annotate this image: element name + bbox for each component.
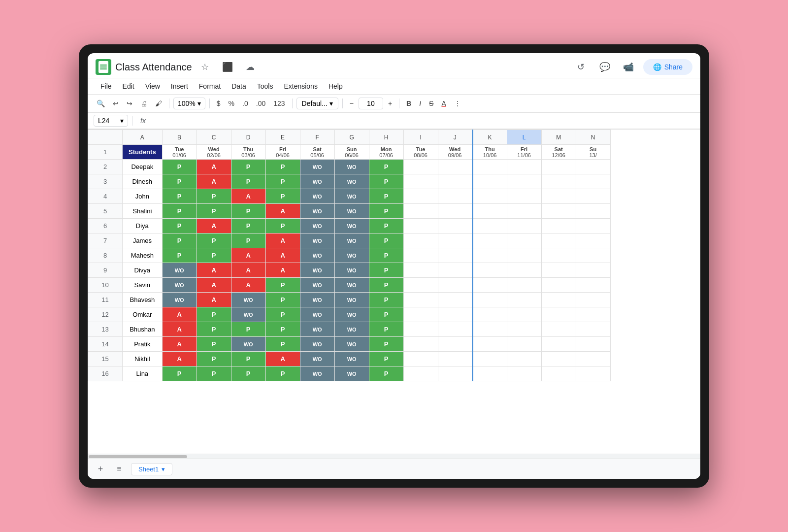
cell-11-11[interactable]: [507, 293, 541, 307]
cell-10-2[interactable]: A: [197, 278, 231, 293]
cell-16-1[interactable]: P: [162, 366, 197, 381]
share-button[interactable]: 🌐 Share: [643, 59, 692, 75]
cell-7-8[interactable]: [403, 233, 438, 248]
cell-4-11[interactable]: [507, 189, 541, 204]
cell-7-4[interactable]: A: [265, 233, 300, 248]
font-size-decrease-btn[interactable]: −: [347, 98, 357, 109]
cell-9-9[interactable]: [438, 263, 472, 278]
font-size-increase-btn[interactable]: +: [385, 98, 395, 109]
student-name-8[interactable]: Mahesh: [123, 248, 163, 263]
cell-13-1[interactable]: A: [162, 322, 197, 337]
cell-7-9[interactable]: [438, 233, 472, 248]
cell-5-3[interactable]: P: [231, 204, 265, 219]
cell-13-7[interactable]: P: [369, 322, 403, 337]
cell-9-11[interactable]: [507, 263, 541, 278]
bold-btn[interactable]: B: [403, 98, 414, 109]
cell-13-10[interactable]: [472, 322, 507, 337]
cell-15-13[interactable]: [576, 352, 610, 366]
menu-extensions[interactable]: Extensions: [279, 79, 322, 93]
cell-6-6[interactable]: WO: [334, 219, 369, 233]
cell-10-7[interactable]: P: [369, 278, 403, 293]
cell-2-9[interactable]: [438, 160, 472, 174]
cell-reference-box[interactable]: L24 ▾: [94, 115, 128, 127]
cell-15-2[interactable]: P: [197, 352, 231, 366]
cell-4-3[interactable]: A: [231, 189, 265, 204]
col-header-F[interactable]: F: [300, 130, 334, 145]
cell-7-13[interactable]: [576, 233, 610, 248]
cell-9-8[interactable]: [403, 263, 438, 278]
print-btn[interactable]: 🖨: [137, 98, 150, 109]
paint-format-btn[interactable]: 🖌: [152, 98, 165, 109]
cell-15-7[interactable]: P: [369, 352, 403, 366]
decimal-more-btn[interactable]: .00: [253, 98, 268, 109]
meet-button[interactable]: 📹: [620, 58, 637, 76]
cell-6-1[interactable]: P: [162, 219, 197, 233]
cell-12-4[interactable]: P: [265, 307, 300, 322]
cell-3-8[interactable]: [403, 174, 438, 189]
cell-14-9[interactable]: [438, 337, 472, 352]
undo-btn[interactable]: ↩: [110, 98, 122, 109]
scrollbar-thumb[interactable]: [89, 455, 187, 458]
spreadsheet-container[interactable]: A B C D E F G H I J K L M N: [88, 130, 700, 454]
cell-5-12[interactable]: [541, 204, 576, 219]
student-name-13[interactable]: Bhushan: [123, 322, 163, 337]
star-button[interactable]: ☆: [196, 58, 214, 76]
horizontal-scrollbar[interactable]: [88, 454, 700, 459]
cell-6-2[interactable]: A: [197, 219, 231, 233]
col-header-G[interactable]: G: [334, 130, 369, 145]
cell-16-4[interactable]: P: [265, 366, 300, 381]
cell-8-1[interactable]: P: [162, 248, 197, 263]
decimal-less-btn[interactable]: .0: [239, 98, 251, 109]
cell-7-2[interactable]: P: [197, 233, 231, 248]
col-header-J[interactable]: J: [438, 130, 472, 145]
cell-11-7[interactable]: P: [369, 293, 403, 307]
cell-2-3[interactable]: P: [231, 160, 265, 174]
redo-btn[interactable]: ↪: [124, 98, 135, 109]
zoom-control[interactable]: 100% ▾: [173, 98, 205, 109]
student-name-14[interactable]: Pratik: [123, 337, 163, 352]
cell-14-12[interactable]: [541, 337, 576, 352]
cell-4-9[interactable]: [438, 189, 472, 204]
cell-9-5[interactable]: WO: [300, 263, 334, 278]
format-123-btn[interactable]: 123: [270, 98, 288, 109]
col-header-C[interactable]: C: [197, 130, 231, 145]
cell-16-3[interactable]: P: [231, 366, 265, 381]
cell-2-1[interactable]: P: [162, 160, 197, 174]
cell-16-6[interactable]: WO: [334, 366, 369, 381]
cell-2-2[interactable]: A: [197, 160, 231, 174]
cell-14-6[interactable]: WO: [334, 337, 369, 352]
cell-12-11[interactable]: [507, 307, 541, 322]
menu-file[interactable]: File: [96, 79, 117, 93]
student-name-10[interactable]: Savin: [123, 278, 163, 293]
cell-14-13[interactable]: [576, 337, 610, 352]
cell-13-3[interactable]: P: [231, 322, 265, 337]
cell-3-6[interactable]: WO: [334, 174, 369, 189]
cell-14-5[interactable]: WO: [300, 337, 334, 352]
col-header-K[interactable]: K: [472, 130, 507, 145]
col-header-H[interactable]: H: [369, 130, 403, 145]
cell-2-11[interactable]: [507, 160, 541, 174]
cell-8-7[interactable]: P: [369, 248, 403, 263]
cell-4-2[interactable]: P: [197, 189, 231, 204]
currency-btn[interactable]: $: [214, 98, 224, 109]
cell-8-2[interactable]: P: [197, 248, 231, 263]
cell-9-3[interactable]: A: [231, 263, 265, 278]
cell-7-7[interactable]: P: [369, 233, 403, 248]
cell-6-3[interactable]: P: [231, 219, 265, 233]
cell-16-9[interactable]: [438, 366, 472, 381]
cell-11-5[interactable]: WO: [300, 293, 334, 307]
cell-9-1[interactable]: WO: [162, 263, 197, 278]
cell-8-3[interactable]: A: [231, 248, 265, 263]
cell-2-10[interactable]: [472, 160, 507, 174]
cell-13-13[interactable]: [576, 322, 610, 337]
menu-tools[interactable]: Tools: [252, 79, 278, 93]
cell-13-5[interactable]: WO: [300, 322, 334, 337]
cell-7-10[interactable]: [472, 233, 507, 248]
cell-3-13[interactable]: [576, 174, 610, 189]
save-to-drive-button[interactable]: ⬛: [219, 58, 236, 76]
cell-8-9[interactable]: [438, 248, 472, 263]
student-name-5[interactable]: Shalini: [123, 204, 163, 219]
menu-data[interactable]: Data: [227, 79, 251, 93]
cell-4-12[interactable]: [541, 189, 576, 204]
cell-10-9[interactable]: [438, 278, 472, 293]
